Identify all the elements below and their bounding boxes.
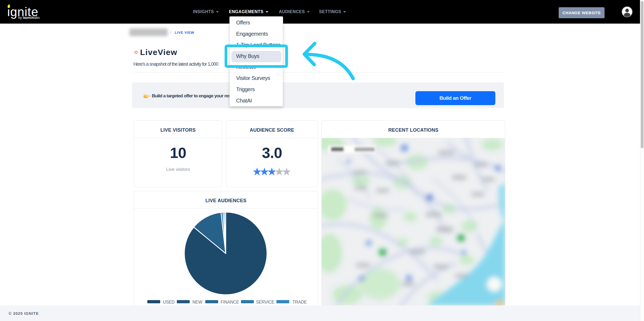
svg-text:by launchlabs: by launchlabs <box>18 16 40 20</box>
